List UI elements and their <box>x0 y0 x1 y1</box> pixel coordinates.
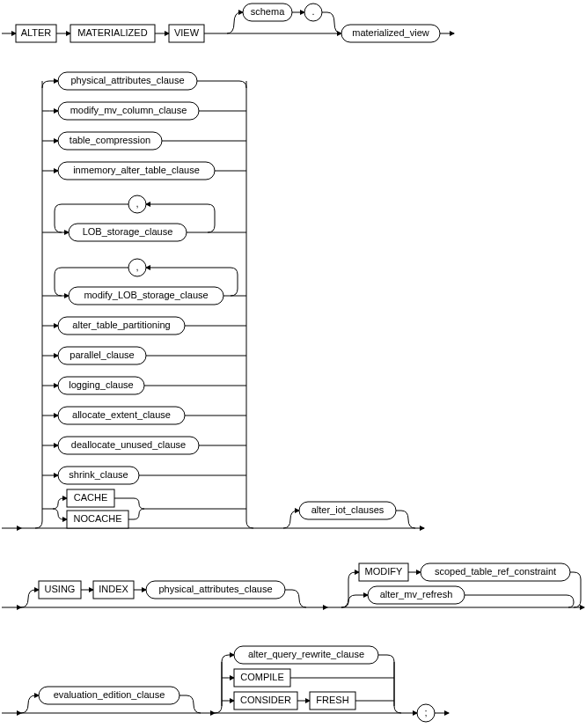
keyword-cache-label: CACHE <box>74 492 108 503</box>
literal-comma-modify-lob-label: , <box>136 261 138 272</box>
keyword-alter-label: ALTER <box>21 27 52 38</box>
nonterminal-physical-attributes-clause-label: physical_attributes_clause <box>70 75 184 85</box>
keyword-view-label: VIEW <box>174 27 200 38</box>
nonterminal-logging-clause-label: logging_clause <box>69 379 133 390</box>
nonterminal-lob-storage-clause-label: LOB_storage_clause <box>83 226 173 237</box>
nonterminal-evaluation-edition-clause-label: evaluation_edition_clause <box>54 689 165 700</box>
nonterminal-shrink-clause-label: shrink_clause <box>69 469 128 480</box>
keyword-modify-label: MODIFY <box>365 566 403 577</box>
nonterminal-deallocate-unused-clause-label: deallocate_unused_clause <box>71 439 186 450</box>
literal-semicolon-label: ; <box>424 707 427 717</box>
nonterminal-schema-label: schema <box>251 6 285 17</box>
keyword-using-label: USING <box>45 584 76 594</box>
literal-comma-lob-label: , <box>136 198 138 209</box>
keyword-nocache-label: NOCACHE <box>73 513 121 524</box>
nonterminal-allocate-extent-clause-label: allocate_extent_clause <box>72 409 171 420</box>
nonterminal-materialized-view-label: materialized_view <box>352 27 429 38</box>
nonterminal-alter-query-rewrite-clause-label: alter_query_rewrite_clause <box>248 649 364 659</box>
nonterminal-inmemory-alter-table-clause-label: inmemory_alter_table_clause <box>73 165 200 175</box>
literal-dot-label: . <box>311 6 314 17</box>
nonterminal-physical-attributes-clause-2-label: physical_attributes_clause <box>158 584 272 594</box>
keyword-compile-label: COMPILE <box>240 672 284 682</box>
nonterminal-modify-lob-storage-clause-label: modify_LOB_storage_clause <box>84 290 208 300</box>
keyword-materialized-label: MATERIALIZED <box>77 27 147 38</box>
keyword-consider-label: CONSIDER <box>240 695 291 705</box>
nonterminal-table-compression-label: table_compression <box>70 135 150 145</box>
nonterminal-alter-mv-refresh-label: alter_mv_refresh <box>380 589 453 599</box>
nonterminal-alter-table-partitioning-label: alter_table_partitioning <box>72 320 170 330</box>
nonterminal-parallel-clause-label: parallel_clause <box>70 349 134 360</box>
keyword-fresh-label: FRESH <box>316 695 348 705</box>
nonterminal-modify-mv-column-clause-label: modify_mv_column_clause <box>70 105 187 115</box>
nonterminal-scoped-table-ref-constraint-label: scoped_table_ref_constraint <box>435 566 556 577</box>
keyword-index-label: INDEX <box>99 584 128 594</box>
nonterminal-alter-iot-clauses-label: alter_iot_clauses <box>311 504 385 515</box>
